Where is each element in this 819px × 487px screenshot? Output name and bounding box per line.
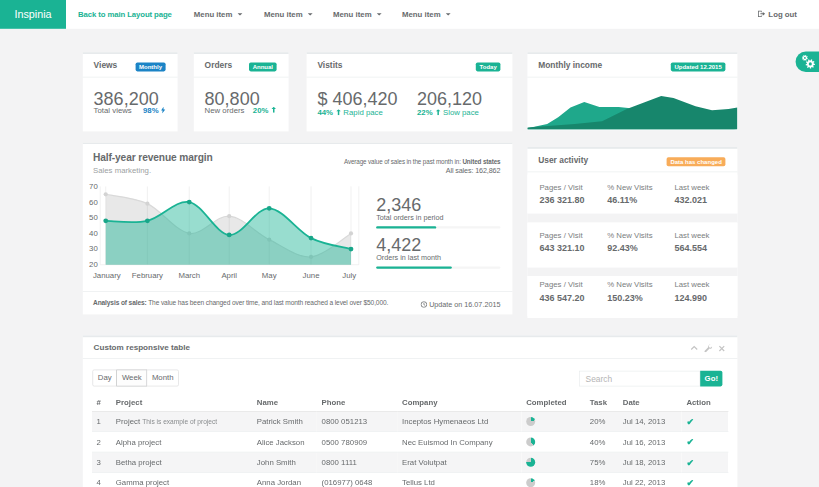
svg-text:July: July	[342, 271, 356, 280]
svg-text:March: March	[178, 271, 200, 280]
svg-text:April: April	[221, 271, 237, 280]
svg-text:40: 40	[89, 229, 98, 238]
svg-text:May: May	[262, 271, 277, 280]
svg-text:60: 60	[89, 198, 98, 207]
svg-text:30: 30	[89, 244, 98, 253]
svg-text:50: 50	[89, 213, 98, 222]
svg-text:February: February	[132, 271, 163, 280]
svg-text:June: June	[303, 271, 320, 280]
svg-text:70: 70	[89, 182, 98, 191]
svg-text:January: January	[93, 271, 121, 280]
svg-text:20: 20	[89, 260, 98, 269]
